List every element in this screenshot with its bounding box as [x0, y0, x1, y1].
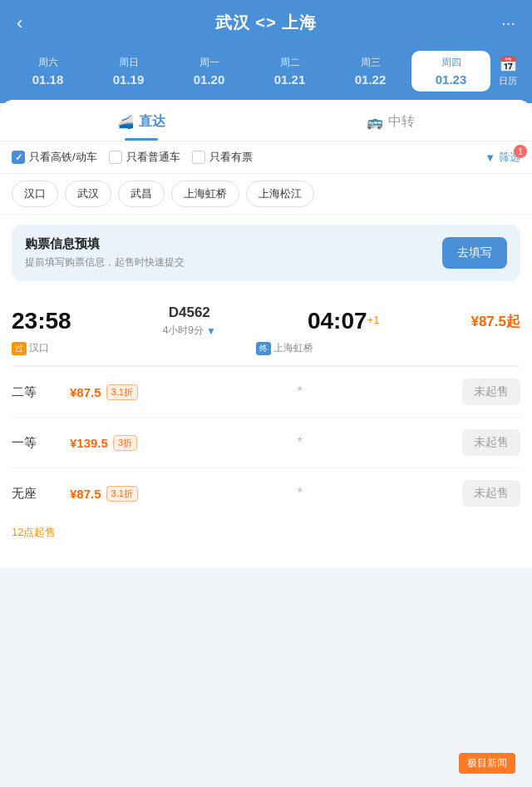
date-item-0118[interactable]: 周六01.18	[8, 51, 87, 92]
train-number-col: D4562 4小时9分 ▼	[163, 304, 216, 338]
tab-direct[interactable]: 🚄 直达	[17, 100, 266, 141]
filter-regular[interactable]: 只看普通车	[109, 150, 180, 165]
seat-name: 二等	[12, 384, 62, 400]
date-item-0119[interactable]: 周日01.19	[89, 51, 168, 92]
calendar-button[interactable]: 📅 日历	[492, 52, 524, 91]
arrive-time: 04:07	[308, 308, 367, 334]
seat-name: 一等	[12, 435, 62, 451]
train-sub-row: 过 汉口 终 上海虹桥	[12, 341, 520, 365]
station-tag[interactable]: 上海虹桥	[171, 181, 239, 207]
seat-star: *	[298, 384, 303, 399]
seat-status[interactable]: 未起售	[462, 379, 520, 405]
arrive-station-label: 终 上海虹桥	[256, 341, 313, 355]
station-tag[interactable]: 汉口	[12, 181, 58, 207]
more-button[interactable]: ···	[489, 13, 515, 32]
depart-time: 23:58	[12, 308, 71, 334]
page-title: 武汉 <> 上海	[215, 12, 317, 34]
seat-row: 二等 ¥87.5 3.1折 * 未起售	[12, 366, 520, 417]
checkbox-high-speed: ✓	[12, 151, 25, 164]
header: ‹ 武汉 <> 上海 ···	[0, 0, 532, 44]
seat-price: ¥87.5	[70, 487, 101, 501]
seat-discount: 3.1折	[106, 486, 138, 502]
bus-icon: 🚌	[367, 114, 383, 130]
filter-bar: ✓ 只看高铁/动车 只看普通车 只看有票 ▼ 筛选 1	[0, 141, 532, 174]
filter-available-label: 只看有票	[209, 150, 253, 165]
station-tag[interactable]: 上海松江	[246, 181, 314, 207]
checkbox-regular	[109, 151, 122, 164]
arrive-station-name: 上海虹桥	[273, 341, 313, 355]
seat-discount: 3折	[113, 435, 137, 451]
arrive-block: 04:07+1	[308, 308, 379, 334]
seat-price: ¥87.5	[70, 385, 101, 399]
tab-transfer-label: 中转	[388, 113, 415, 131]
station-tag[interactable]: 武昌	[118, 181, 165, 207]
date-bar: 周六01.18周日01.19周一01.20周二01.21周三01.22周四01.…	[0, 44, 532, 103]
filter-icon: ▼	[485, 151, 495, 164]
date-item-0120[interactable]: 周一01.20	[170, 51, 249, 92]
seat-name: 无座	[12, 486, 62, 502]
filter-regular-label: 只看普通车	[126, 150, 180, 165]
prefill-subtitle: 提前填写购票信息，起售时快速提交	[25, 255, 185, 270]
plus-day: +1	[367, 314, 380, 326]
calendar-label: 日历	[499, 75, 517, 87]
duration-arrow-icon: ▼	[206, 325, 216, 337]
sale-hint: 12点起售	[0, 518, 532, 552]
tab-transfer[interactable]: 🚌 中转	[266, 100, 515, 141]
tab-direct-label: 直达	[139, 113, 165, 131]
seat-rows: 二等 ¥87.5 3.1折 * 未起售 一等 ¥139.5 3折 * 未起售 无…	[0, 366, 532, 518]
train-price[interactable]: ¥87.5起	[470, 312, 520, 331]
depart-station-name: 汉口	[29, 341, 49, 355]
prefill-button[interactable]: 去填写	[442, 237, 507, 269]
train-icon: 🚄	[117, 114, 134, 130]
checkbox-available	[192, 151, 205, 164]
calendar-icon: 📅	[499, 55, 517, 73]
seat-row: 无座 ¥87.5 3.1折 * 未起售	[12, 468, 520, 518]
seat-discount: 3.1折	[106, 384, 138, 400]
train-number: D4562	[169, 304, 210, 321]
seat-price: ¥139.5	[70, 436, 108, 450]
seat-star: *	[297, 435, 302, 450]
prefill-banner: 购票信息预填 提前填写购票信息，起售时快速提交 去填写	[12, 225, 520, 281]
filter-high-speed[interactable]: ✓ 只看高铁/动车	[12, 150, 97, 165]
date-item-0122[interactable]: 周三01.22	[331, 51, 410, 92]
terminal-badge: 终	[256, 342, 271, 355]
filter-badge: 1	[514, 145, 527, 158]
watermark: 极目新闻	[459, 753, 515, 774]
filter-available[interactable]: 只看有票	[192, 150, 253, 165]
train-main-row: 23:58 D4562 4小时9分 ▼ 04:07+1 ¥87.5起	[12, 304, 520, 338]
prefill-title: 购票信息预填	[25, 236, 185, 252]
station-tag[interactable]: 武汉	[65, 181, 111, 207]
seat-status[interactable]: 未起售	[462, 480, 520, 507]
back-button[interactable]: ‹	[17, 12, 43, 34]
filter-high-speed-label: 只看高铁/动车	[29, 150, 97, 165]
depart-station-label: 过 汉口	[12, 341, 49, 355]
over-badge: 过	[12, 342, 27, 355]
seat-star: *	[298, 486, 303, 501]
prefill-text: 购票信息预填 提前填写购票信息，起售时快速提交	[25, 236, 185, 270]
tab-bar: 🚄 直达 🚌 中转	[0, 100, 532, 141]
seat-row: 一等 ¥139.5 3折 * 未起售	[12, 417, 520, 468]
seat-status[interactable]: 未起售	[462, 429, 520, 456]
main-content: 🚄 直达 🚌 中转 ✓ 只看高铁/动车 只看普通车 只看有票 ▼ 筛选 1	[0, 100, 532, 568]
train-duration: 4小时9分 ▼	[163, 324, 216, 338]
date-item-0121[interactable]: 周二01.21	[250, 51, 329, 92]
train-card: 23:58 D4562 4小时9分 ▼ 04:07+1 ¥87.5起 过 汉口 …	[12, 291, 520, 366]
station-bar: 汉口武汉武昌上海虹桥上海松江	[0, 174, 532, 215]
date-item-0123[interactable]: 周四01.23	[411, 51, 490, 92]
filter-button[interactable]: ▼ 筛选 1	[485, 150, 520, 165]
